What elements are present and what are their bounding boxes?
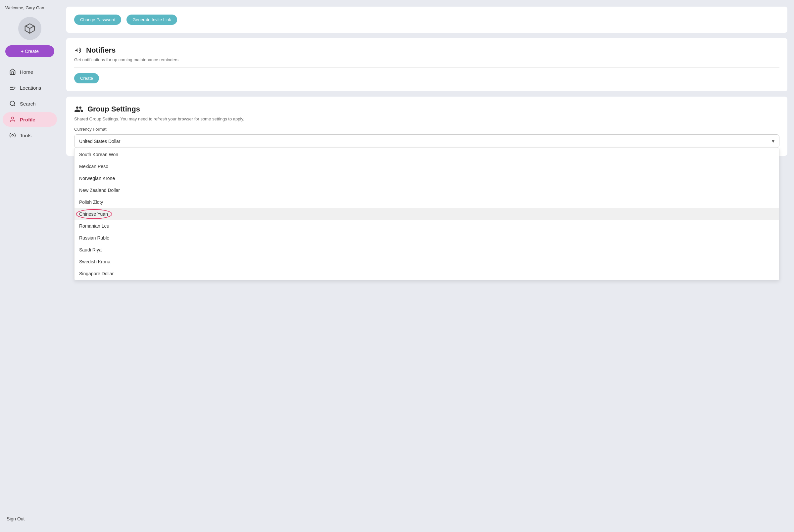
notifiers-create-button[interactable]: Create xyxy=(74,73,99,83)
notifiers-header: Notifiers xyxy=(74,46,779,55)
currency-option[interactable]: Russian Ruble xyxy=(74,232,779,244)
currency-option-label: Norwegian Krone xyxy=(79,176,115,181)
welcome-text: Welcome, Gary Gan xyxy=(0,5,60,14)
currency-option[interactable]: Singapore Dollar xyxy=(74,268,779,280)
currency-option[interactable]: Norwegian Krone xyxy=(74,172,779,184)
account-card: Change Password Generate Invite Link xyxy=(66,7,787,33)
currency-option[interactable]: Polish Zloty xyxy=(74,196,779,208)
currency-option-label: Mexican Peso xyxy=(79,164,108,169)
sidebar-item-tools-label: Tools xyxy=(20,133,32,138)
sidebar-item-locations-label: Locations xyxy=(20,85,41,91)
main-content: Change Password Generate Invite Link Not… xyxy=(60,0,794,532)
svg-point-9 xyxy=(12,135,14,136)
currency-option[interactable]: Thai Baht xyxy=(74,280,779,280)
profile-icon xyxy=(9,116,16,123)
sidebar-item-locations[interactable]: Locations xyxy=(3,80,57,95)
tools-icon xyxy=(9,132,16,139)
currency-option[interactable]: Mexican Peso xyxy=(74,160,779,172)
notifiers-divider xyxy=(74,68,779,68)
sidebar-item-home-label: Home xyxy=(20,69,33,75)
sign-out-link[interactable]: Sign Out xyxy=(7,516,24,521)
create-button[interactable]: + Create xyxy=(5,45,54,57)
avatar-container xyxy=(0,14,60,45)
sidebar: Welcome, Gary Gan + Create Home Location… xyxy=(0,0,60,532)
avatar xyxy=(18,17,41,40)
sidebar-item-home[interactable]: Home xyxy=(3,64,57,79)
dropdown-arrow-icon: ▾ xyxy=(772,138,774,144)
change-password-button[interactable]: Change Password xyxy=(74,15,121,25)
megaphone-icon xyxy=(74,46,82,54)
group-settings-subtitle: Shared Group Settings. You may need to r… xyxy=(74,116,779,121)
group-settings-card: Group Settings Shared Group Settings. Yo… xyxy=(66,97,787,156)
currency-option-label: Russian Ruble xyxy=(79,235,109,241)
currency-option[interactable]: Swedish Krona xyxy=(74,256,779,268)
top-buttons: Change Password Generate Invite Link xyxy=(74,15,779,25)
currency-option-label: Singapore Dollar xyxy=(79,271,114,276)
currency-format-label: Currency Format xyxy=(74,127,779,132)
currency-option-label: Romanian Leu xyxy=(79,223,109,229)
home-icon xyxy=(9,69,16,75)
svg-line-7 xyxy=(14,105,15,106)
selected-currency-text: United States Dollar xyxy=(79,139,121,144)
currency-option-label: Chinese Yuan xyxy=(79,211,108,217)
currency-option[interactable]: Chinese Yuan xyxy=(74,208,779,220)
notifiers-card: Notifiers Get notifications for up comin… xyxy=(66,38,787,91)
sidebar-item-profile-label: Profile xyxy=(20,117,35,122)
sidebar-item-search[interactable]: Search xyxy=(3,96,57,111)
currency-dropdown-list[interactable]: Indonesian RupiahIndian RupeeJapanese Ye… xyxy=(74,148,779,280)
currency-option-label: Saudi Riyal xyxy=(79,247,103,252)
currency-option[interactable]: New Zealand Dollar xyxy=(74,184,779,196)
currency-option-label: Polish Zloty xyxy=(79,200,103,205)
currency-option-label: New Zealand Dollar xyxy=(79,188,120,193)
svg-line-0 xyxy=(25,26,30,28)
notifiers-subtitle: Get notifications for up coming maintena… xyxy=(74,57,779,62)
svg-line-2 xyxy=(30,26,34,28)
box-icon xyxy=(23,22,36,35)
locations-icon xyxy=(9,84,16,91)
group-settings-title: Group Settings xyxy=(88,105,140,113)
sidebar-item-profile[interactable]: Profile xyxy=(3,112,57,127)
currency-option[interactable]: South Korean Won xyxy=(74,149,779,160)
search-icon xyxy=(9,100,16,107)
group-icon xyxy=(74,104,84,114)
sidebar-item-search-label: Search xyxy=(20,101,36,107)
currency-option[interactable]: Romanian Leu xyxy=(74,220,779,232)
currency-select-display[interactable]: United States Dollar ▾ xyxy=(74,134,779,148)
currency-option-label: South Korean Won xyxy=(79,152,118,157)
currency-option[interactable]: Saudi Riyal xyxy=(74,244,779,256)
currency-option-label: Swedish Krona xyxy=(79,259,110,264)
sidebar-item-tools[interactable]: Tools xyxy=(3,128,57,142)
currency-select-container: United States Dollar ▾ Indonesian Rupiah… xyxy=(74,134,779,148)
group-settings-header: Group Settings xyxy=(74,104,779,114)
sidebar-bottom: Sign Out xyxy=(0,511,60,527)
notifiers-title: Notifiers xyxy=(86,46,115,55)
svg-point-8 xyxy=(12,117,14,119)
svg-point-6 xyxy=(10,101,15,106)
generate-invite-button[interactable]: Generate Invite Link xyxy=(127,15,177,25)
